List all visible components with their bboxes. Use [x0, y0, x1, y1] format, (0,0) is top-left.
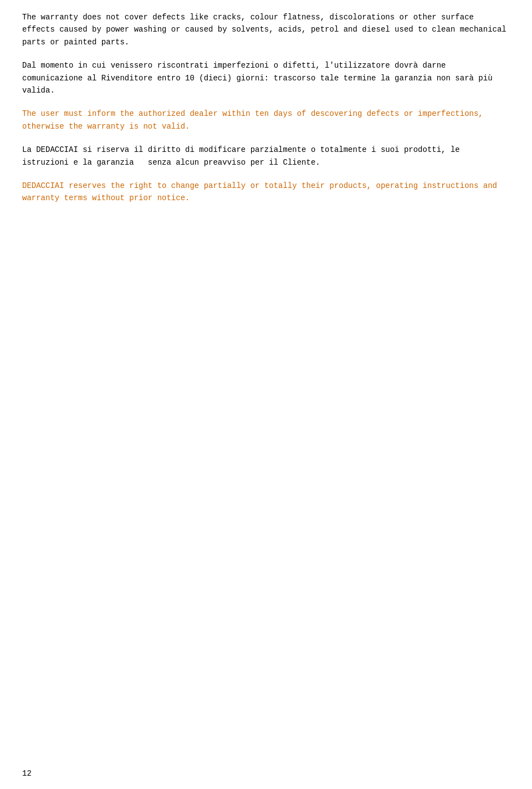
reserve-right-english: DEDACCIAI reserves the right to change p…: [22, 180, 510, 205]
user-inform-english: The user must inform the authorized deal…: [22, 108, 510, 133]
page-content: The warranty does not cover defects like…: [0, 0, 532, 249]
page-number: 12: [22, 769, 32, 778]
warranty-disclaimer-italian: Dal momento in cui venissero riscontrati…: [22, 59, 510, 96]
reserve-right-italian: La DEDACCIAI si riserva il diritto di mo…: [22, 144, 510, 169]
warranty-disclaimer-english: The warranty does not cover defects like…: [22, 11, 510, 48]
